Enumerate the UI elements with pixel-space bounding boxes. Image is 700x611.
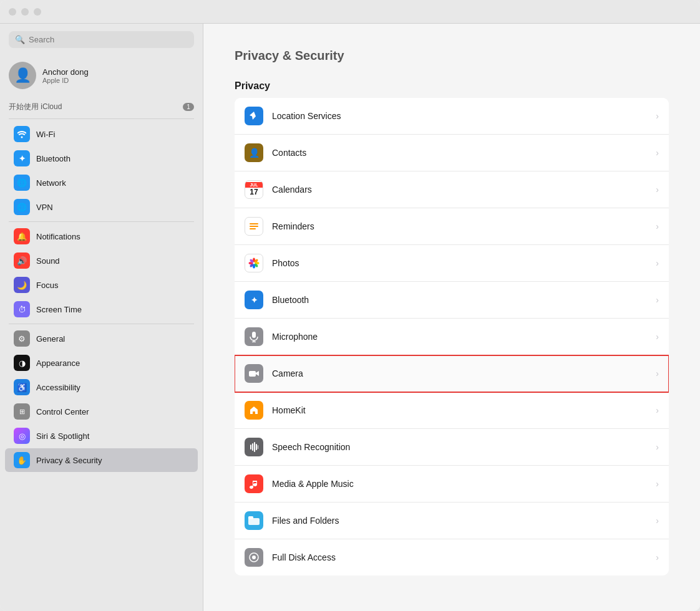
avatar: 👤 xyxy=(9,62,36,89)
row-media[interactable]: Media & Apple Music › xyxy=(235,466,669,503)
svg-rect-14 xyxy=(249,371,256,377)
svg-rect-0 xyxy=(250,223,258,224)
svg-rect-1 xyxy=(250,226,258,227)
privacy-icon: ✋ xyxy=(14,452,30,468)
svg-rect-11 xyxy=(252,332,256,338)
row-microphone[interactable]: Microphone › xyxy=(235,319,669,355)
bluetooth-label: Bluetooth xyxy=(36,154,70,163)
sidebar-item-appearance[interactable]: ◑ Appearance xyxy=(5,351,198,375)
row-reminders[interactable]: Reminders › xyxy=(235,208,669,245)
settings-list: Location Services › 👤 Contacts › JUL 17 xyxy=(235,98,669,575)
vpn-label: VPN xyxy=(36,203,53,212)
general-label: General xyxy=(36,334,65,344)
row-calendars[interactable]: JUL 17 Calendars › xyxy=(235,171,669,208)
icloud-header[interactable]: 开始使用 iCloud 1 xyxy=(0,98,203,113)
icloud-label: 开始使用 iCloud xyxy=(9,102,62,112)
notifications-icon: 🔔 xyxy=(14,228,30,244)
vpn-icon: 🌐 xyxy=(14,199,30,215)
microphone-icon xyxy=(245,327,263,346)
sidebar-divider-2 xyxy=(9,221,194,222)
row-homekit[interactable]: HomeKit › xyxy=(235,392,669,429)
siri-icon: ◎ xyxy=(14,428,30,444)
row-photos[interactable]: Photos › xyxy=(235,245,669,282)
bluetooth-row-label: Bluetooth xyxy=(272,295,647,305)
general-icon: ⚙ xyxy=(14,330,30,347)
calendars-chevron: › xyxy=(656,185,659,195)
section-label: Privacy xyxy=(235,80,669,92)
user-subtitle: Apple ID xyxy=(42,77,89,84)
contacts-chevron: › xyxy=(656,148,659,158)
controlcenter-label: Control Center xyxy=(36,407,89,416)
reminders-label: Reminders xyxy=(272,221,647,231)
sidebar-item-vpn[interactable]: 🌐 VPN xyxy=(5,195,198,219)
close-button[interactable] xyxy=(9,8,16,16)
files-chevron: › xyxy=(656,516,659,526)
sidebar-item-wifi[interactable]: Wi-Fi xyxy=(5,122,198,146)
contacts-icon: 👤 xyxy=(245,143,263,162)
photos-icon xyxy=(245,254,263,272)
sidebar-item-privacy[interactable]: ✋ Privacy & Security xyxy=(5,448,198,472)
sidebar-item-siri[interactable]: ◎ Siri & Spotlight xyxy=(5,424,198,448)
homekit-chevron: › xyxy=(656,405,659,415)
media-icon xyxy=(245,474,263,493)
row-files[interactable]: Files and Folders › xyxy=(235,503,669,539)
sidebar-item-focus[interactable]: 🌙 Focus xyxy=(5,273,198,297)
search-icon: 🔍 xyxy=(15,35,25,44)
sidebar-list: Wi-Fi ✦ Bluetooth 🌐 Network xyxy=(0,122,203,611)
homekit-label: HomeKit xyxy=(272,405,647,415)
microphone-chevron: › xyxy=(656,332,659,342)
privacy-label: Privacy & Security xyxy=(36,456,102,465)
sidebar-item-network[interactable]: 🌐 Network xyxy=(5,171,198,195)
files-label: Files and Folders xyxy=(272,516,647,526)
sidebar-item-bluetooth[interactable]: ✦ Bluetooth xyxy=(5,147,198,170)
speech-chevron: › xyxy=(656,442,659,452)
fulldisk-icon xyxy=(245,548,263,567)
sidebar-item-accessibility[interactable]: ♿ Accessibility xyxy=(5,375,198,399)
row-contacts[interactable]: 👤 Contacts › xyxy=(235,135,669,171)
camera-icon xyxy=(245,364,263,383)
bluetooth-icon: ✦ xyxy=(14,150,30,166)
network-icon: 🌐 xyxy=(14,175,30,191)
speech-label: Speech Recognition xyxy=(272,442,647,452)
row-fulldisk[interactable]: Full Disk Access › xyxy=(235,539,669,575)
microphone-label: Microphone xyxy=(272,332,647,342)
location-chevron: › xyxy=(656,111,659,121)
icloud-section: 开始使用 iCloud 1 xyxy=(0,98,203,116)
icloud-badge: 1 xyxy=(183,103,194,111)
accessibility-icon: ♿ xyxy=(14,379,30,395)
screentime-icon: ⏱ xyxy=(14,301,30,317)
speech-icon xyxy=(245,438,263,456)
wifi-label: Wi-Fi xyxy=(36,130,55,139)
user-section[interactable]: 👤 Anchor dong Apple ID xyxy=(0,55,203,98)
sidebar-item-general[interactable]: ⚙ General xyxy=(5,327,198,350)
row-speech[interactable]: Speech Recognition › xyxy=(235,429,669,466)
content-area: Privacy & Security Privacy Location Serv… xyxy=(203,24,700,611)
focus-label: Focus xyxy=(36,281,58,290)
maximize-button[interactable] xyxy=(34,8,41,16)
svg-rect-15 xyxy=(250,445,251,450)
sidebar-item-notifications[interactable]: 🔔 Notifications xyxy=(5,224,198,248)
search-bar[interactable]: 🔍 xyxy=(9,31,194,48)
calendars-label: Calendars xyxy=(272,185,647,195)
sidebar-item-screentime[interactable]: ⏱ Screen Time xyxy=(5,297,198,321)
controlcenter-icon: ⊞ xyxy=(14,403,30,420)
photos-label: Photos xyxy=(272,258,647,268)
contacts-label: Contacts xyxy=(272,148,647,158)
row-bluetooth[interactable]: ✦ Bluetooth › xyxy=(235,282,669,319)
svg-rect-21 xyxy=(248,516,253,519)
fulldisk-chevron: › xyxy=(656,552,659,562)
sidebar-item-controlcenter[interactable]: ⊞ Control Center xyxy=(5,400,198,423)
svg-point-23 xyxy=(252,556,256,559)
user-name: Anchor dong xyxy=(42,67,89,77)
svg-rect-19 xyxy=(258,445,258,449)
homekit-icon xyxy=(245,401,263,420)
row-location[interactable]: Location Services › xyxy=(235,98,669,135)
minimize-button[interactable] xyxy=(21,8,29,16)
location-label: Location Services xyxy=(272,111,647,121)
appearance-icon: ◑ xyxy=(14,355,30,371)
search-input[interactable] xyxy=(29,35,188,44)
user-info: Anchor dong Apple ID xyxy=(42,67,89,84)
row-camera[interactable]: Camera › xyxy=(235,355,669,392)
sidebar-item-sound[interactable]: 🔊 Sound xyxy=(5,249,198,272)
page-title: Privacy & Security xyxy=(235,49,669,63)
